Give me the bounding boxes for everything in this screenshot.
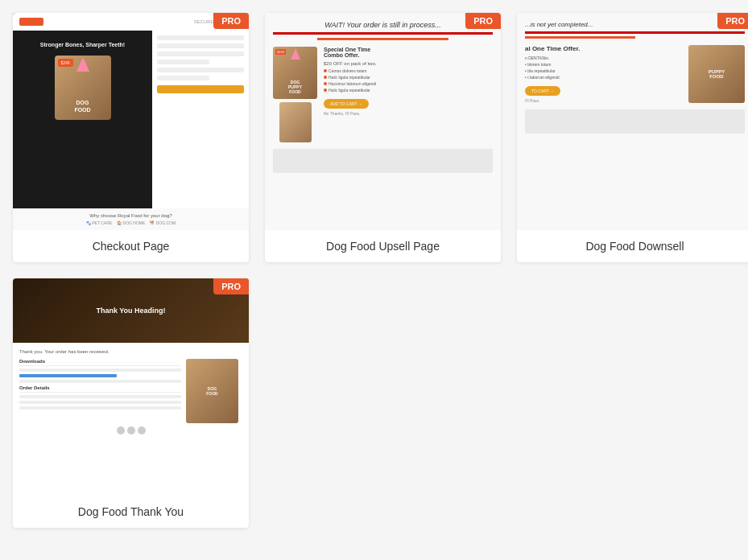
thumbnail-checkout: SECURE CHECKOUT Stronger Bones, Sharper … xyxy=(13,13,249,230)
upsell-bullet-2: Halic ligula repeatibular xyxy=(324,75,493,80)
thankyou-inner: Downloads Order Details DOGFOOD xyxy=(19,359,242,423)
dl-link xyxy=(19,374,117,377)
pro-badge-thankyou: PRO xyxy=(213,278,249,294)
upsell-wait-text: WAIT! Your order is still in process... xyxy=(273,21,493,29)
checkout-right xyxy=(152,31,249,230)
order-line-1 xyxy=(19,395,181,398)
social-icon-1 xyxy=(117,426,125,434)
checkout-left: Stronger Bones, Sharper Teeth! $249 DOGF… xyxy=(13,31,152,230)
thumbnail-upsell: WAIT! Your order is still in process... … xyxy=(265,13,501,230)
bullet-dot xyxy=(324,89,327,92)
form-field-6 xyxy=(157,76,209,80)
checkout-btn xyxy=(157,85,244,93)
hat-icon-upsell xyxy=(291,48,300,60)
upsell-product-main: $249 DOGPUPPYFOOD xyxy=(273,47,317,99)
upsell-progress xyxy=(317,38,449,40)
upsell-price: $249 xyxy=(275,49,286,55)
downsell-product: PUPPYFOOD xyxy=(688,45,745,103)
card-checkout[interactable]: PRO SECURE CHECKOUT Stronger Bones, Shar… xyxy=(13,13,249,262)
upsell-no-thanks: No Thanks, I'll Pass. xyxy=(324,111,493,116)
card-upsell[interactable]: PRO WAIT! Your order is still in process… xyxy=(265,13,501,262)
thankyou-left: Downloads Order Details xyxy=(19,359,181,423)
checkout-logo xyxy=(19,18,43,26)
thumbnail-downsell: ...is not yet completed... al One Time O… xyxy=(517,13,748,230)
thank-you-line: Thank you. Your order has been received. xyxy=(19,349,242,354)
downsell-progress xyxy=(525,36,635,39)
checkout-headline: Stronger Bones, Sharper Teeth! xyxy=(40,42,125,47)
downsell-offer-title: al One Time Offer. xyxy=(525,45,684,52)
upsell-prod-label: DOGPUPPYFOOD xyxy=(273,80,317,94)
downsell-bullet-2: • bla repeatibular xyxy=(525,68,684,73)
card-thankyou-label: Dog Food Thank You xyxy=(13,496,249,528)
logos-row: 🐾 PET CARE 🏠 DOG HOME 🐕 DOG.COM xyxy=(21,220,241,225)
upsell-products: $249 DOGPUPPYFOOD xyxy=(273,47,317,142)
form-field-5 xyxy=(157,68,244,72)
thankyou-right: DOGFOOD xyxy=(186,359,242,423)
upsell-bullet-4: Halic ligula repeatibular xyxy=(324,88,493,93)
logo-doghome: 🏠 DOG HOME xyxy=(117,220,145,225)
downloads-title: Downloads xyxy=(19,359,181,366)
dl-line-2 xyxy=(19,380,181,383)
social-icons-row xyxy=(19,426,242,434)
bullet-dot xyxy=(324,76,327,79)
upsell-discount: $20 OFF on pack of two. xyxy=(324,61,493,66)
bottom-row: PRO Thank You Heading! Thank you. Your o… xyxy=(13,278,735,528)
logo-petcare: 🐾 PET CARE xyxy=(86,220,112,225)
form-field-1 xyxy=(157,35,244,40)
upsell-bottom xyxy=(273,149,493,173)
checkout-bottom: Why choose Royal Food for your dog? 🐾 PE… xyxy=(13,208,249,230)
downsell-subtext: n DENTASiix. xyxy=(525,56,684,60)
downsell-preview: ...is not yet completed... al One Time O… xyxy=(517,13,748,230)
upsell-offer: Special One TimeCombo Offer. $20 OFF on … xyxy=(324,47,493,142)
bullet-dot xyxy=(324,82,327,85)
pro-badge-downsell: PRO xyxy=(717,13,748,29)
form-field-4 xyxy=(157,60,209,64)
card-downsell-label: Dog Food Downsell xyxy=(517,230,748,262)
upsell-red-bar xyxy=(273,32,493,35)
pro-badge-checkout: PRO xyxy=(213,13,249,29)
downsell-wait-text: ...is not yet completed... xyxy=(525,21,745,28)
downsell-main: al One Time Offer. n DENTASiix. • blorem… xyxy=(525,45,745,103)
price-tag: $249 xyxy=(58,59,73,67)
hat-icon xyxy=(76,57,89,72)
card-thankyou[interactable]: PRO Thank You Heading! Thank you. Your o… xyxy=(13,278,249,528)
thankyou-product: DOGFOOD xyxy=(186,359,238,423)
upsell-add-btn[interactable]: ADD TO CART → xyxy=(324,99,369,109)
downsell-text: al One Time Offer. n DENTASiix. • blorem… xyxy=(525,45,684,103)
social-icon-2 xyxy=(127,426,135,434)
upsell-main: $249 DOGPUPPYFOOD Special One TimeCombo … xyxy=(273,47,493,142)
downsell-bullet-3: • t laborum eligendi xyxy=(525,75,684,80)
bullet-dot xyxy=(324,69,327,72)
form-field-2 xyxy=(157,43,244,48)
upsell-product-secondary xyxy=(279,102,312,142)
logo-dogcom: 🐕 DOG.COM xyxy=(150,220,176,225)
form-field-3 xyxy=(157,51,244,56)
thankyou-body: Thank you. Your order has been received.… xyxy=(13,343,249,496)
downsell-add-btn[interactable]: TO CART → xyxy=(525,86,560,96)
dl-line-1 xyxy=(19,369,181,372)
card-downsell[interactable]: PRO ...is not yet completed... al One Ti… xyxy=(517,13,748,262)
upsell-bullet-3: Haccimur laborum eligendi xyxy=(324,81,493,86)
card-checkout-label: Checkout Page xyxy=(13,230,249,262)
card-upsell-label: Dog Food Upsell Page xyxy=(265,230,501,262)
pro-badge-upsell: PRO xyxy=(465,13,501,29)
downsell-bullet-1: • blorem totam xyxy=(525,62,684,67)
product-name-label: DOGFOOD xyxy=(55,100,111,113)
downsell-bottom xyxy=(525,109,745,134)
order-line-2 xyxy=(19,401,181,404)
order-line-3 xyxy=(19,406,181,410)
why-text: Why choose Royal Food for your dog? xyxy=(21,213,241,218)
checkout-preview: SECURE CHECKOUT Stronger Bones, Sharper … xyxy=(13,13,249,230)
thankyou-prod-label: DOGFOOD xyxy=(206,386,217,396)
order-title: Order Details xyxy=(19,385,181,393)
checkout-content: Stronger Bones, Sharper Teeth! $249 DOGF… xyxy=(13,31,249,230)
downsell-red-bar xyxy=(525,31,745,34)
downsell-no-thanks: I'll Pass. xyxy=(525,98,684,103)
thankyou-hero-text: Thank You Heading! xyxy=(96,307,165,315)
upsell-bullet-1: Camos dolores totam xyxy=(324,68,493,73)
upsell-offer-title: Special One TimeCombo Offer. xyxy=(324,47,493,58)
checkout-dog-img: $249 DOGFOOD xyxy=(55,56,111,120)
thumbnail-thankyou: Thank You Heading! Thank you. Your order… xyxy=(13,278,249,496)
top-row: PRO SECURE CHECKOUT Stronger Bones, Shar… xyxy=(13,13,735,262)
upsell-preview: WAIT! Your order is still in process... … xyxy=(265,13,501,230)
